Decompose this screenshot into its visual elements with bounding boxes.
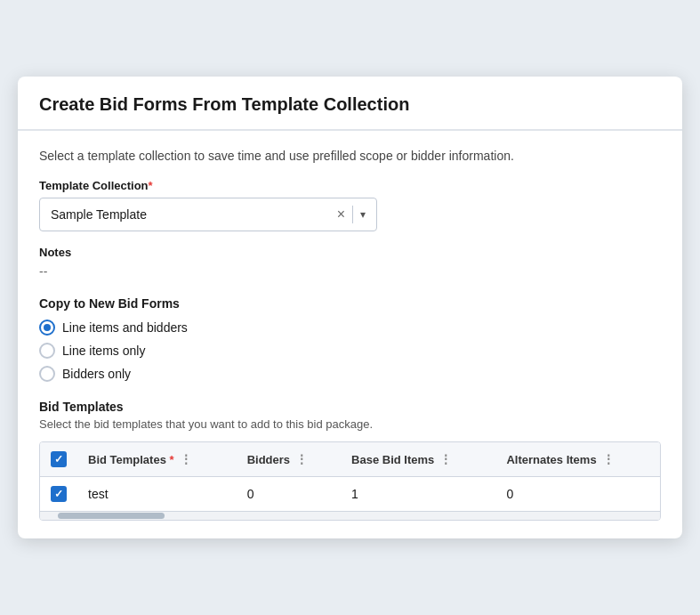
radio-circle-3: [39, 366, 55, 382]
radio-label-1: Line items and bidders: [62, 320, 188, 335]
radio-circle-2: [39, 343, 55, 359]
template-collection-dropdown-button[interactable]: ▾: [357, 208, 369, 221]
radio-item-bidders-only[interactable]: Bidders only: [39, 366, 661, 382]
col-bidders-menu-icon[interactable]: ⋮: [295, 452, 308, 466]
col-bidders-label: Bidders: [247, 453, 290, 466]
template-collection-select[interactable]: Sample Template × ▾: [39, 198, 377, 231]
template-collection-clear-button[interactable]: ×: [334, 207, 349, 222]
col-alternates-items-label: Alternates Items: [506, 453, 596, 466]
template-collection-field: Template Collection* Sample Template × ▾: [39, 179, 661, 231]
modal-title: Create Bid Forms From Template Collectio…: [39, 94, 661, 115]
table-scrollbar-area[interactable]: [40, 511, 660, 520]
bid-templates-section: Bid Templates Select the bid templates t…: [39, 400, 661, 521]
notes-section: Notes --: [39, 246, 661, 279]
modal-header: Create Bid Forms From Template Collectio…: [18, 77, 682, 131]
bid-templates-title: Bid Templates: [39, 400, 661, 414]
template-collection-label: Template Collection*: [39, 179, 661, 192]
bid-templates-table: ✓ Bid Templates * ⋮: [40, 442, 660, 511]
bid-templates-description: Select the bid templates that you want t…: [39, 417, 661, 431]
col-base-bid-items-label: Base Bid Items: [351, 453, 434, 466]
col-alternates-items: Alternates Items ⋮: [495, 442, 660, 477]
col-bidders: Bidders ⋮: [237, 442, 341, 477]
select-divider: [352, 206, 353, 223]
checkmark-icon: ✓: [54, 453, 63, 465]
modal-body: Select a template collection to save tim…: [18, 131, 682, 538]
row-checkbox-cell: ✓: [40, 477, 77, 512]
row-checkbox[interactable]: ✓: [51, 486, 67, 502]
table-scroll-area[interactable]: ✓ Bid Templates * ⋮: [40, 442, 660, 511]
modal-description: Select a template collection to save tim…: [39, 149, 661, 163]
table-scrollbar-thumb[interactable]: [58, 513, 165, 519]
col-bid-templates-menu-icon[interactable]: ⋮: [180, 452, 192, 466]
col-bid-templates: Bid Templates * ⋮: [77, 442, 237, 477]
col-alternates-items-menu-icon[interactable]: ⋮: [602, 452, 615, 466]
col-base-bid-items-menu-icon[interactable]: ⋮: [439, 452, 452, 466]
radio-label-2: Line items only: [62, 344, 145, 358]
col-base-bid-items: Base Bid Items ⋮: [341, 442, 495, 477]
radio-label-3: Bidders only: [62, 367, 131, 381]
table-header-row: ✓ Bid Templates * ⋮: [40, 442, 660, 477]
required-star: *: [149, 179, 153, 192]
row-alternates-items-cell: 0: [495, 477, 660, 512]
template-collection-value: Sample Template: [51, 207, 334, 222]
notes-value: --: [39, 264, 661, 279]
col-checkbox: ✓: [40, 442, 77, 477]
row-checkmark-icon: ✓: [54, 488, 63, 500]
bid-templates-table-container: ✓ Bid Templates * ⋮: [39, 441, 661, 521]
table-row: ✓ test 0 1 0: [40, 477, 660, 512]
notes-label: Notes: [39, 246, 661, 259]
row-name-cell: test: [77, 477, 237, 512]
col-bid-templates-label: Bid Templates *: [88, 453, 174, 466]
copy-section: Copy to New Bid Forms Line items and bid…: [39, 296, 661, 382]
radio-item-line-items-only[interactable]: Line items only: [39, 343, 661, 359]
copy-section-title: Copy to New Bid Forms: [39, 296, 661, 311]
row-base-bid-items-cell: 1: [341, 477, 495, 512]
row-bidders-cell: 0: [237, 477, 341, 512]
select-all-checkbox[interactable]: ✓: [51, 451, 67, 467]
radio-circle-1: [39, 320, 55, 336]
modal-container: Create Bid Forms From Template Collectio…: [18, 77, 682, 538]
radio-item-line-items-bidders[interactable]: Line items and bidders: [39, 320, 661, 336]
radio-group: Line items and bidders Line items only B…: [39, 320, 661, 382]
